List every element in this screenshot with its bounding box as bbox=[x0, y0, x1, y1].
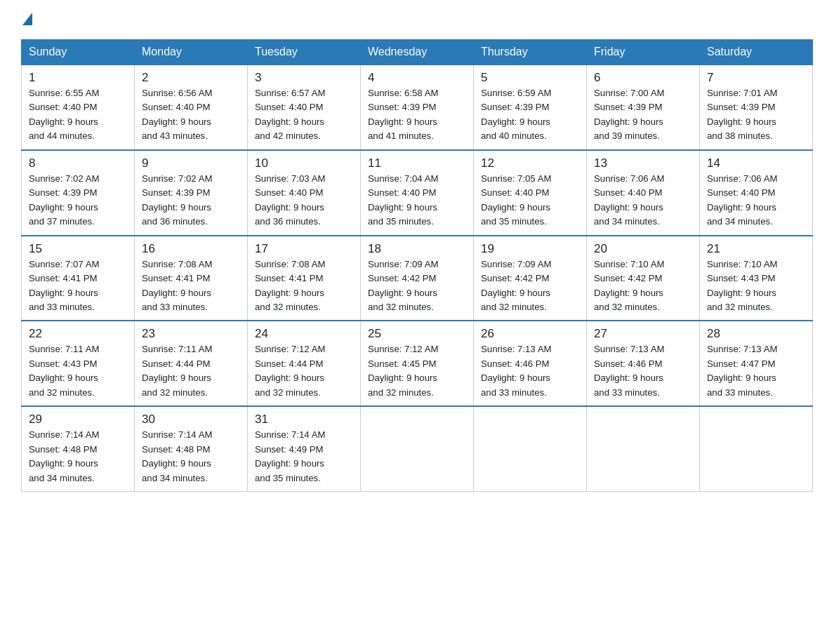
day-number: 23 bbox=[142, 327, 240, 341]
day-info: Sunrise: 7:11 AMSunset: 4:44 PMDaylight:… bbox=[142, 342, 240, 400]
day-info: Sunrise: 7:09 AMSunset: 4:42 PMDaylight:… bbox=[368, 257, 466, 315]
day-number: 14 bbox=[707, 156, 805, 170]
calendar-day-cell: 11Sunrise: 7:04 AMSunset: 4:40 PMDayligh… bbox=[361, 150, 474, 236]
calendar-day-cell: 16Sunrise: 7:08 AMSunset: 4:41 PMDayligh… bbox=[135, 236, 248, 321]
day-info: Sunrise: 7:14 AMSunset: 4:48 PMDaylight:… bbox=[142, 428, 240, 485]
calendar-day-cell: 26Sunrise: 7:13 AMSunset: 4:46 PMDayligh… bbox=[474, 321, 587, 406]
calendar-day-cell: 17Sunrise: 7:08 AMSunset: 4:41 PMDayligh… bbox=[248, 236, 361, 321]
day-info: Sunrise: 7:02 AMSunset: 4:39 PMDaylight:… bbox=[29, 172, 127, 229]
day-number: 11 bbox=[368, 156, 466, 170]
calendar-header-row: SundayMondayTuesdayWednesdayThursdayFrid… bbox=[22, 40, 813, 65]
calendar-day-cell: 31Sunrise: 7:14 AMSunset: 4:49 PMDayligh… bbox=[248, 406, 361, 491]
day-info: Sunrise: 7:10 AMSunset: 4:43 PMDaylight:… bbox=[707, 257, 805, 315]
day-info: Sunrise: 7:00 AMSunset: 4:39 PMDaylight:… bbox=[594, 86, 692, 144]
calendar-day-cell: 14Sunrise: 7:06 AMSunset: 4:40 PMDayligh… bbox=[700, 150, 813, 236]
calendar-day-cell: 20Sunrise: 7:10 AMSunset: 4:42 PMDayligh… bbox=[587, 236, 700, 321]
day-of-week-header: Tuesday bbox=[248, 40, 361, 65]
calendar-day-cell: 23Sunrise: 7:11 AMSunset: 4:44 PMDayligh… bbox=[135, 321, 248, 406]
calendar-day-cell: 19Sunrise: 7:09 AMSunset: 4:42 PMDayligh… bbox=[474, 236, 587, 321]
calendar-week-row: 22Sunrise: 7:11 AMSunset: 4:43 PMDayligh… bbox=[22, 321, 813, 406]
day-number: 6 bbox=[594, 71, 692, 85]
calendar-day-cell: 15Sunrise: 7:07 AMSunset: 4:41 PMDayligh… bbox=[22, 236, 135, 321]
day-of-week-header: Saturday bbox=[700, 40, 813, 65]
calendar-day-cell bbox=[700, 406, 813, 491]
calendar-week-row: 15Sunrise: 7:07 AMSunset: 4:41 PMDayligh… bbox=[22, 236, 813, 321]
calendar-week-row: 1Sunrise: 6:55 AMSunset: 4:40 PMDaylight… bbox=[22, 65, 813, 150]
day-info: Sunrise: 7:12 AMSunset: 4:44 PMDaylight:… bbox=[255, 342, 353, 400]
day-number: 15 bbox=[29, 242, 127, 256]
day-number: 10 bbox=[255, 156, 353, 170]
calendar-day-cell: 30Sunrise: 7:14 AMSunset: 4:48 PMDayligh… bbox=[135, 406, 248, 491]
day-info: Sunrise: 7:10 AMSunset: 4:42 PMDaylight:… bbox=[594, 257, 692, 315]
day-number: 24 bbox=[255, 327, 353, 341]
day-info: Sunrise: 7:03 AMSunset: 4:40 PMDaylight:… bbox=[255, 172, 353, 229]
calendar-day-cell: 9Sunrise: 7:02 AMSunset: 4:39 PMDaylight… bbox=[135, 150, 248, 236]
day-info: Sunrise: 7:02 AMSunset: 4:39 PMDaylight:… bbox=[142, 172, 240, 229]
day-of-week-header: Sunday bbox=[22, 40, 135, 65]
calendar-day-cell: 3Sunrise: 6:57 AMSunset: 4:40 PMDaylight… bbox=[248, 65, 361, 150]
day-info: Sunrise: 6:56 AMSunset: 4:40 PMDaylight:… bbox=[142, 86, 240, 144]
day-number: 22 bbox=[29, 327, 127, 341]
calendar-day-cell: 1Sunrise: 6:55 AMSunset: 4:40 PMDaylight… bbox=[22, 65, 135, 150]
day-number: 1 bbox=[29, 71, 127, 85]
day-info: Sunrise: 7:11 AMSunset: 4:43 PMDaylight:… bbox=[29, 342, 127, 400]
day-of-week-header: Thursday bbox=[474, 40, 587, 65]
calendar-day-cell: 5Sunrise: 6:59 AMSunset: 4:39 PMDaylight… bbox=[474, 65, 587, 150]
logo-triangle-icon bbox=[22, 13, 32, 25]
calendar-day-cell: 21Sunrise: 7:10 AMSunset: 4:43 PMDayligh… bbox=[700, 236, 813, 321]
day-number: 28 bbox=[707, 327, 805, 341]
calendar-day-cell: 18Sunrise: 7:09 AMSunset: 4:42 PMDayligh… bbox=[361, 236, 474, 321]
day-info: Sunrise: 7:06 AMSunset: 4:40 PMDaylight:… bbox=[707, 172, 805, 229]
calendar-day-cell: 10Sunrise: 7:03 AMSunset: 4:40 PMDayligh… bbox=[248, 150, 361, 236]
day-number: 2 bbox=[142, 71, 240, 85]
day-number: 30 bbox=[142, 412, 240, 427]
logo bbox=[21, 14, 34, 27]
day-of-week-header: Monday bbox=[135, 40, 248, 65]
calendar-body: 1Sunrise: 6:55 AMSunset: 4:40 PMDaylight… bbox=[22, 65, 813, 492]
day-info: Sunrise: 6:58 AMSunset: 4:39 PMDaylight:… bbox=[368, 86, 466, 144]
calendar-day-cell: 25Sunrise: 7:12 AMSunset: 4:45 PMDayligh… bbox=[361, 321, 474, 406]
day-info: Sunrise: 7:08 AMSunset: 4:41 PMDaylight:… bbox=[142, 257, 240, 315]
calendar-day-cell: 27Sunrise: 7:13 AMSunset: 4:46 PMDayligh… bbox=[587, 321, 700, 406]
calendar-day-cell: 13Sunrise: 7:06 AMSunset: 4:40 PMDayligh… bbox=[587, 150, 700, 236]
calendar-day-cell: 22Sunrise: 7:11 AMSunset: 4:43 PMDayligh… bbox=[22, 321, 135, 406]
day-number: 21 bbox=[707, 242, 805, 256]
calendar-day-cell: 29Sunrise: 7:14 AMSunset: 4:48 PMDayligh… bbox=[22, 406, 135, 491]
day-info: Sunrise: 6:57 AMSunset: 4:40 PMDaylight:… bbox=[255, 86, 353, 144]
day-number: 5 bbox=[481, 71, 579, 85]
calendar-day-cell bbox=[587, 406, 700, 491]
calendar-day-cell: 8Sunrise: 7:02 AMSunset: 4:39 PMDaylight… bbox=[22, 150, 135, 236]
calendar-day-cell: 6Sunrise: 7:00 AMSunset: 4:39 PMDaylight… bbox=[587, 65, 700, 150]
day-number: 20 bbox=[594, 242, 692, 256]
day-info: Sunrise: 7:08 AMSunset: 4:41 PMDaylight:… bbox=[255, 257, 353, 315]
day-number: 9 bbox=[142, 156, 240, 170]
day-number: 17 bbox=[255, 242, 353, 256]
day-number: 31 bbox=[255, 412, 353, 427]
day-number: 18 bbox=[368, 242, 466, 256]
day-number: 26 bbox=[481, 327, 579, 341]
day-info: Sunrise: 7:13 AMSunset: 4:46 PMDaylight:… bbox=[481, 342, 579, 400]
calendar-day-cell bbox=[474, 406, 587, 491]
day-number: 13 bbox=[594, 156, 692, 170]
day-number: 16 bbox=[142, 242, 240, 256]
calendar-day-cell bbox=[361, 406, 474, 491]
calendar-day-cell: 28Sunrise: 7:13 AMSunset: 4:47 PMDayligh… bbox=[700, 321, 813, 406]
calendar-day-cell: 12Sunrise: 7:05 AMSunset: 4:40 PMDayligh… bbox=[474, 150, 587, 236]
day-info: Sunrise: 7:05 AMSunset: 4:40 PMDaylight:… bbox=[481, 172, 579, 229]
calendar-week-row: 29Sunrise: 7:14 AMSunset: 4:48 PMDayligh… bbox=[22, 406, 813, 491]
day-info: Sunrise: 7:07 AMSunset: 4:41 PMDaylight:… bbox=[29, 257, 127, 315]
day-number: 3 bbox=[255, 71, 353, 85]
day-info: Sunrise: 7:01 AMSunset: 4:39 PMDaylight:… bbox=[707, 86, 805, 144]
day-info: Sunrise: 7:09 AMSunset: 4:42 PMDaylight:… bbox=[481, 257, 579, 315]
calendar-day-cell: 7Sunrise: 7:01 AMSunset: 4:39 PMDaylight… bbox=[700, 65, 813, 150]
logo-text bbox=[21, 14, 34, 27]
day-number: 7 bbox=[707, 71, 805, 85]
day-info: Sunrise: 7:06 AMSunset: 4:40 PMDaylight:… bbox=[594, 172, 692, 229]
day-of-week-header: Friday bbox=[587, 40, 700, 65]
day-number: 29 bbox=[29, 412, 127, 427]
day-info: Sunrise: 7:13 AMSunset: 4:47 PMDaylight:… bbox=[707, 342, 805, 400]
calendar-day-cell: 24Sunrise: 7:12 AMSunset: 4:44 PMDayligh… bbox=[248, 321, 361, 406]
day-info: Sunrise: 7:14 AMSunset: 4:48 PMDaylight:… bbox=[29, 428, 127, 485]
calendar-week-row: 8Sunrise: 7:02 AMSunset: 4:39 PMDaylight… bbox=[22, 150, 813, 236]
calendar-day-cell: 4Sunrise: 6:58 AMSunset: 4:39 PMDaylight… bbox=[361, 65, 474, 150]
